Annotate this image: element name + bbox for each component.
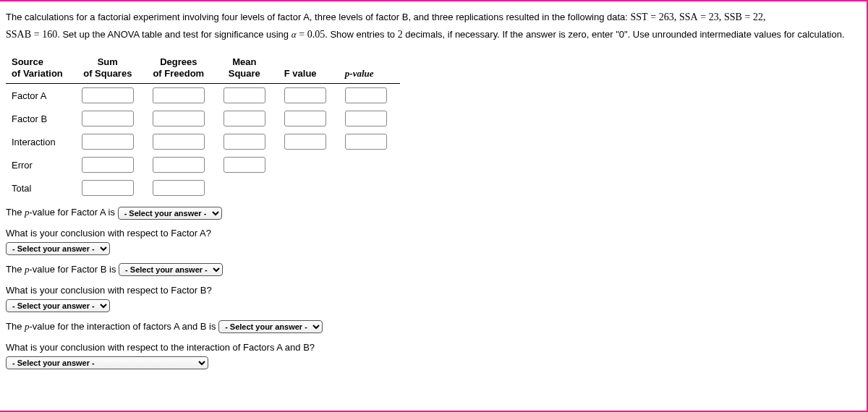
question-pvalue-ab: The p-value for the interaction of facto… — [6, 319, 858, 335]
question-conclusion-ab: What is your conclusion with respect to … — [6, 340, 858, 371]
header-df: Degrees of Freedom — [147, 53, 218, 84]
input-error-df[interactable] — [153, 157, 205, 173]
alpha-symbol: α — [292, 29, 297, 40]
ssa-label: SSA — [679, 12, 698, 22]
header-f: F value — [278, 53, 339, 84]
select-conclusion-b[interactable]: - Select your answer - — [6, 299, 110, 312]
problem-container: The calculations for a factorial experim… — [0, 0, 868, 412]
select-pvalue-b[interactable]: - Select your answer - — [119, 263, 223, 276]
header-ms: Mean Square — [218, 53, 278, 84]
eq: = — [650, 12, 656, 22]
ssb-label: SSB — [724, 12, 742, 22]
row-factor-b: Factor B — [6, 107, 400, 130]
input-factor-b-ss[interactable] — [82, 111, 134, 126]
input-total-ss[interactable] — [82, 180, 134, 196]
label-error: Error — [6, 153, 76, 176]
input-interaction-f[interactable] — [284, 134, 326, 150]
row-total: Total — [6, 176, 400, 199]
header-ss: Sum of Squares — [76, 53, 147, 84]
input-factor-a-ss[interactable] — [82, 87, 134, 103]
label-factor-a: Factor A — [6, 84, 76, 108]
input-factor-a-f[interactable] — [284, 87, 326, 103]
input-interaction-ms[interactable] — [224, 134, 265, 150]
row-interaction: Interaction — [6, 130, 400, 153]
select-conclusion-a[interactable]: - Select your answer - — [6, 242, 110, 255]
ssa-value: 23 — [709, 12, 719, 22]
alpha-value: 0.05 — [307, 29, 326, 40]
input-interaction-p[interactable] — [345, 134, 387, 150]
input-total-df[interactable] — [153, 180, 205, 196]
ssab-label: SSAB — [6, 29, 31, 40]
input-interaction-df[interactable] — [153, 134, 205, 150]
question-conclusion-a: What is your conclusion with respect to … — [6, 226, 858, 257]
question-pvalue-a: The p-value for Factor A is - Select you… — [6, 205, 858, 220]
header-p: p-value — [339, 53, 400, 84]
select-conclusion-ab[interactable]: - Select your answer - — [6, 356, 208, 369]
label-factor-b: Factor B — [6, 107, 76, 130]
input-interaction-ss[interactable] — [82, 134, 134, 150]
input-factor-b-ms[interactable] — [224, 111, 265, 126]
input-error-ss[interactable] — [82, 157, 134, 173]
label-interaction: Interaction — [6, 130, 76, 153]
sst-value: 263 — [659, 12, 674, 22]
question-pvalue-b: The p-value for Factor B is - Select you… — [6, 262, 858, 278]
sst-label: SST — [631, 12, 648, 22]
question-conclusion-b: What is your conclusion with respect to … — [6, 283, 858, 314]
input-factor-b-f[interactable] — [284, 111, 326, 126]
problem-statement: The calculations for a factorial experim… — [6, 9, 858, 43]
label-total: Total — [6, 176, 76, 199]
input-error-ms[interactable] — [224, 157, 265, 173]
select-pvalue-ab[interactable]: - Select your answer - — [218, 320, 323, 333]
input-factor-b-p[interactable] — [345, 111, 387, 126]
ssb-value: 22 — [753, 12, 763, 22]
ssab-value: 160 — [42, 29, 57, 40]
input-factor-a-p[interactable] — [345, 87, 387, 103]
row-error: Error — [6, 153, 400, 176]
input-factor-b-df[interactable] — [153, 111, 205, 126]
input-factor-a-ms[interactable] — [224, 87, 265, 103]
row-factor-a: Factor A — [6, 84, 400, 108]
problem-text-1: The calculations for a factorial experim… — [6, 12, 628, 22]
header-source: Source of Variation — [6, 53, 76, 84]
select-pvalue-a[interactable]: - Select your answer - — [118, 207, 222, 220]
anova-table: Source of Variation Sum of Squares Degre… — [6, 53, 400, 200]
input-factor-a-df[interactable] — [153, 87, 205, 103]
